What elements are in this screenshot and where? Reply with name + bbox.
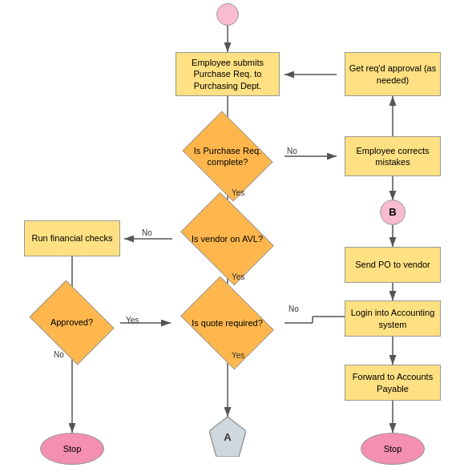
yes-label-4: Yes (232, 351, 244, 360)
run-financial-node: Run financial checks (24, 220, 120, 256)
employee-corrects-node: Employee corrects mistakes (345, 136, 441, 176)
yes-label-2: Yes (232, 272, 244, 281)
start-node (216, 3, 239, 26)
no-label-3: No (54, 350, 64, 359)
forward-ap-node: Forward to Accounts Payable (345, 365, 441, 401)
login-accounting-node: Login into Accounting system (345, 301, 441, 337)
svg-text:A: A (224, 431, 232, 443)
get-approval-node: Get req'd approval (as needed) (345, 52, 441, 96)
vendor-avl-diamond: Is vendor on AVL? (180, 192, 274, 286)
employee-submits-node: Employee submits Purchase Req. to Purcha… (176, 52, 280, 96)
flowchart: Employee submits Purchase Req. to Purcha… (0, 0, 456, 476)
connector-a: A (209, 417, 246, 457)
stop-left-node: Stop (40, 433, 104, 465)
no-label-2: No (142, 228, 152, 237)
stop-right-node: Stop (361, 433, 425, 465)
yes-label-3: Yes (126, 316, 139, 325)
send-po-node: Send PO to vendor (345, 247, 441, 283)
is-complete-diamond: Is Purchase Req. complete? (182, 111, 272, 201)
quote-required-diamond: Is quote required? (180, 276, 274, 370)
connector-b: B (380, 200, 406, 225)
approved-diamond: Approved? (29, 280, 114, 365)
yes-label-1: Yes (232, 188, 244, 197)
no-label-1: No (287, 147, 297, 155)
no-label-4: No (289, 305, 299, 313)
